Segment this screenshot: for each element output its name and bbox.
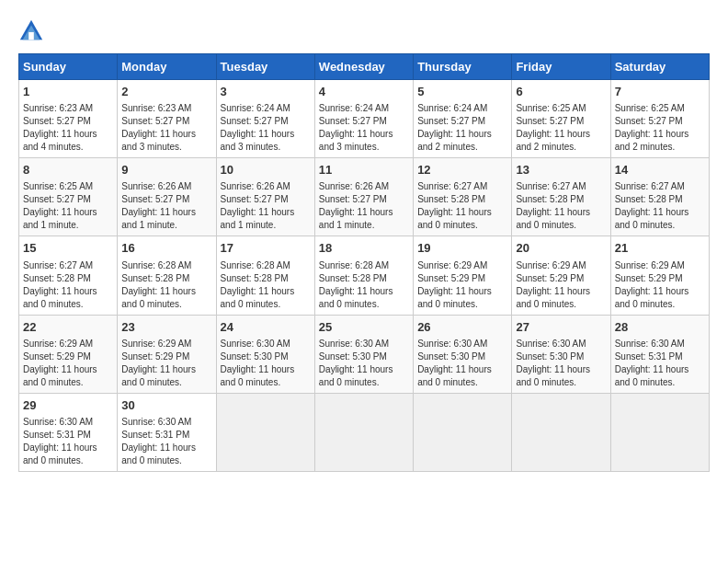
calendar-cell: 4Sunrise: 6:24 AM Sunset: 5:27 PM Daylig…	[314, 80, 413, 158]
header-cell-friday: Friday	[512, 54, 610, 80]
calendar-cell: 8Sunrise: 6:25 AM Sunset: 5:27 PM Daylig…	[19, 158, 118, 236]
day-number: 24	[221, 319, 311, 336]
day-info: Sunrise: 6:29 AM Sunset: 5:29 PM Dayligh…	[23, 338, 113, 389]
day-info: Sunrise: 6:26 AM Sunset: 5:27 PM Dayligh…	[221, 180, 311, 232]
day-number: 1	[23, 84, 113, 100]
day-info: Sunrise: 6:25 AM Sunset: 5:27 PM Dayligh…	[23, 180, 113, 232]
calendar-cell: 27Sunrise: 6:30 AM Sunset: 5:30 PM Dayli…	[512, 315, 610, 393]
day-number: 19	[417, 240, 507, 257]
day-number: 16	[121, 240, 211, 257]
day-info: Sunrise: 6:26 AM Sunset: 5:27 PM Dayligh…	[121, 180, 211, 232]
day-info: Sunrise: 6:24 AM Sunset: 5:27 PM Dayligh…	[221, 102, 311, 154]
calendar-cell: 11Sunrise: 6:26 AM Sunset: 5:27 PM Dayli…	[314, 158, 413, 236]
calendar-cell: 18Sunrise: 6:28 AM Sunset: 5:28 PM Dayli…	[314, 236, 413, 315]
svg-rect-2	[28, 32, 34, 40]
day-info: Sunrise: 6:23 AM Sunset: 5:27 PM Dayligh…	[23, 102, 113, 154]
day-info: Sunrise: 6:27 AM Sunset: 5:28 PM Dayligh…	[615, 180, 705, 232]
calendar-header-row: SundayMondayTuesdayWednesdayThursdayFrid…	[19, 54, 710, 80]
day-info: Sunrise: 6:24 AM Sunset: 5:27 PM Dayligh…	[417, 102, 507, 154]
calendar-week-1: 1Sunrise: 6:23 AM Sunset: 5:27 PM Daylig…	[19, 80, 710, 158]
day-info: Sunrise: 6:30 AM Sunset: 5:30 PM Dayligh…	[516, 338, 606, 389]
day-number: 30	[121, 397, 211, 414]
header-cell-thursday: Thursday	[414, 54, 512, 80]
calendar-cell: 1Sunrise: 6:23 AM Sunset: 5:27 PM Daylig…	[19, 80, 118, 158]
calendar-cell: 24Sunrise: 6:30 AM Sunset: 5:30 PM Dayli…	[216, 315, 314, 393]
logo	[18, 18, 48, 44]
day-number: 3	[221, 84, 311, 100]
calendar-cell: 21Sunrise: 6:29 AM Sunset: 5:29 PM Dayli…	[610, 236, 709, 315]
calendar-cell: 19Sunrise: 6:29 AM Sunset: 5:29 PM Dayli…	[414, 236, 512, 315]
day-info: Sunrise: 6:27 AM Sunset: 5:28 PM Dayligh…	[516, 180, 606, 232]
calendar-week-4: 22Sunrise: 6:29 AM Sunset: 5:29 PM Dayli…	[19, 315, 710, 393]
calendar-cell: 28Sunrise: 6:30 AM Sunset: 5:31 PM Dayli…	[610, 315, 709, 393]
day-info: Sunrise: 6:26 AM Sunset: 5:27 PM Dayligh…	[319, 180, 409, 232]
calendar-cell: 2Sunrise: 6:23 AM Sunset: 5:27 PM Daylig…	[118, 80, 216, 158]
day-number: 7	[615, 84, 705, 100]
calendar-cell: 10Sunrise: 6:26 AM Sunset: 5:27 PM Dayli…	[216, 158, 314, 236]
day-info: Sunrise: 6:30 AM Sunset: 5:31 PM Dayligh…	[23, 416, 113, 467]
day-number: 5	[417, 84, 507, 100]
calendar-cell: 17Sunrise: 6:28 AM Sunset: 5:28 PM Dayli…	[216, 236, 314, 315]
header-cell-saturday: Saturday	[610, 54, 709, 80]
calendar-week-5: 29Sunrise: 6:30 AM Sunset: 5:31 PM Dayli…	[19, 393, 710, 471]
calendar-cell: 16Sunrise: 6:28 AM Sunset: 5:28 PM Dayli…	[118, 236, 216, 315]
day-info: Sunrise: 6:30 AM Sunset: 5:30 PM Dayligh…	[417, 338, 507, 389]
day-number: 28	[615, 319, 705, 336]
day-number: 15	[23, 240, 113, 257]
calendar-cell: 5Sunrise: 6:24 AM Sunset: 5:27 PM Daylig…	[414, 80, 512, 158]
day-info: Sunrise: 6:24 AM Sunset: 5:27 PM Dayligh…	[319, 102, 409, 154]
day-number: 29	[23, 397, 113, 414]
day-info: Sunrise: 6:29 AM Sunset: 5:29 PM Dayligh…	[121, 338, 211, 389]
calendar-cell: 22Sunrise: 6:29 AM Sunset: 5:29 PM Dayli…	[19, 315, 118, 393]
calendar-cell: 9Sunrise: 6:26 AM Sunset: 5:27 PM Daylig…	[118, 158, 216, 236]
day-number: 6	[516, 84, 606, 100]
header-cell-tuesday: Tuesday	[216, 54, 314, 80]
day-info: Sunrise: 6:28 AM Sunset: 5:28 PM Dayligh…	[319, 259, 409, 311]
day-info: Sunrise: 6:28 AM Sunset: 5:28 PM Dayligh…	[221, 259, 311, 311]
calendar-cell: 12Sunrise: 6:27 AM Sunset: 5:28 PM Dayli…	[414, 158, 512, 236]
calendar-cell: 20Sunrise: 6:29 AM Sunset: 5:29 PM Dayli…	[512, 236, 610, 315]
day-number: 23	[121, 319, 211, 336]
calendar-cell: 26Sunrise: 6:30 AM Sunset: 5:30 PM Dayli…	[414, 315, 512, 393]
header	[18, 18, 710, 44]
day-info: Sunrise: 6:30 AM Sunset: 5:30 PM Dayligh…	[319, 338, 409, 389]
day-number: 10	[221, 162, 311, 178]
day-number: 14	[615, 162, 705, 178]
day-number: 8	[23, 162, 113, 178]
calendar-week-3: 15Sunrise: 6:27 AM Sunset: 5:28 PM Dayli…	[19, 236, 710, 315]
day-number: 25	[319, 319, 409, 336]
day-number: 11	[319, 162, 409, 178]
logo-icon	[18, 18, 44, 44]
day-number: 26	[417, 319, 507, 336]
day-number: 2	[121, 84, 211, 100]
day-info: Sunrise: 6:27 AM Sunset: 5:28 PM Dayligh…	[417, 180, 507, 232]
day-number: 12	[417, 162, 507, 178]
header-cell-sunday: Sunday	[19, 54, 118, 80]
day-number: 9	[121, 162, 211, 178]
calendar-table: SundayMondayTuesdayWednesdayThursdayFrid…	[18, 53, 710, 472]
calendar-cell: 25Sunrise: 6:30 AM Sunset: 5:30 PM Dayli…	[314, 315, 413, 393]
day-info: Sunrise: 6:30 AM Sunset: 5:30 PM Dayligh…	[221, 338, 311, 389]
calendar-cell: 7Sunrise: 6:25 AM Sunset: 5:27 PM Daylig…	[610, 80, 709, 158]
day-number: 27	[516, 319, 606, 336]
day-info: Sunrise: 6:29 AM Sunset: 5:29 PM Dayligh…	[417, 259, 507, 311]
day-number: 21	[615, 240, 705, 257]
calendar-cell: 30Sunrise: 6:30 AM Sunset: 5:31 PM Dayli…	[118, 393, 216, 471]
day-number: 22	[23, 319, 113, 336]
day-info: Sunrise: 6:23 AM Sunset: 5:27 PM Dayligh…	[121, 102, 211, 154]
day-number: 13	[516, 162, 606, 178]
calendar-cell	[414, 393, 512, 471]
calendar-week-2: 8Sunrise: 6:25 AM Sunset: 5:27 PM Daylig…	[19, 158, 710, 236]
calendar-cell: 14Sunrise: 6:27 AM Sunset: 5:28 PM Dayli…	[610, 158, 709, 236]
header-cell-monday: Monday	[118, 54, 216, 80]
calendar-cell	[216, 393, 314, 471]
day-number: 4	[319, 84, 409, 100]
calendar-cell	[314, 393, 413, 471]
day-info: Sunrise: 6:30 AM Sunset: 5:31 PM Dayligh…	[121, 416, 211, 467]
calendar-cell: 6Sunrise: 6:25 AM Sunset: 5:27 PM Daylig…	[512, 80, 610, 158]
day-info: Sunrise: 6:27 AM Sunset: 5:28 PM Dayligh…	[23, 259, 113, 311]
day-number: 18	[319, 240, 409, 257]
calendar-cell: 13Sunrise: 6:27 AM Sunset: 5:28 PM Dayli…	[512, 158, 610, 236]
day-info: Sunrise: 6:25 AM Sunset: 5:27 PM Dayligh…	[516, 102, 606, 154]
day-info: Sunrise: 6:30 AM Sunset: 5:31 PM Dayligh…	[615, 338, 705, 389]
